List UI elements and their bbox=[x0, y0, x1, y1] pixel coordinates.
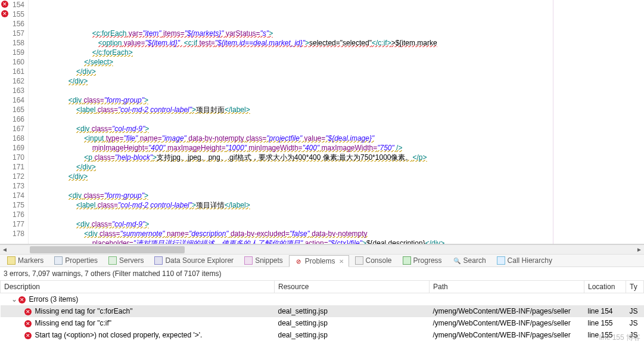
expand-icon[interactable]: ⌄ bbox=[11, 295, 17, 303]
tab-label: Data Source Explorer bbox=[165, 256, 234, 265]
problems-icon: ⊘ bbox=[294, 257, 303, 265]
line-number-gutter: 154✕155✕15615715815916016116216316416516… bbox=[0, 0, 29, 244]
tab-properties[interactable]: Properties bbox=[49, 255, 102, 266]
tab-markers[interactable]: Markers bbox=[2, 255, 48, 266]
console-icon bbox=[355, 256, 363, 265]
col-resource[interactable]: Resource bbox=[275, 281, 430, 293]
servers-icon bbox=[108, 256, 117, 265]
cell-res: deal_setting.jsp bbox=[275, 305, 430, 317]
cell-res: deal_setting.jsp bbox=[275, 329, 430, 341]
cell-type: JS bbox=[626, 317, 644, 329]
code-line[interactable]: minImageHeight="400" maxImageHeight="100… bbox=[29, 143, 644, 153]
problem-row[interactable]: ✕Start tag (<option>) not closed properl… bbox=[1, 329, 644, 341]
col-type[interactable]: Ty bbox=[626, 281, 644, 293]
cell-loc: line 154 bbox=[584, 305, 626, 317]
code-line[interactable]: </div> bbox=[29, 172, 644, 181]
cell-loc: line 155 bbox=[584, 317, 626, 329]
group-label: Errors (3 items) bbox=[29, 295, 79, 303]
code-line[interactable]: </div> bbox=[29, 76, 644, 86]
tab-servers[interactable]: Servers bbox=[104, 255, 148, 266]
code-line[interactable] bbox=[29, 114, 644, 124]
code-editor[interactable]: 154✕155✕15615715815916016116216316416516… bbox=[0, 0, 644, 244]
tab-snippets[interactable]: Snippets bbox=[239, 255, 288, 266]
tab-label: Problems bbox=[305, 257, 335, 265]
code-line[interactable]: <p class="help-block">支持jpg、jpeg、png、.gi… bbox=[29, 153, 644, 162]
search-icon: 🔍 bbox=[453, 256, 461, 265]
error-marker-icon: ✕ bbox=[1, 1, 8, 8]
problems-table[interactable]: Description Resource Path Location Ty ⌄✕… bbox=[0, 280, 644, 341]
errors-group-row[interactable]: ⌄✕Errors (3 items) bbox=[1, 293, 644, 306]
views-tab-bar: Markers Properties Servers Data Source E… bbox=[0, 254, 644, 267]
snippets-icon bbox=[244, 256, 253, 265]
code-line[interactable] bbox=[29, 181, 644, 191]
problems-header-row: Description Resource Path Location Ty bbox=[1, 281, 644, 293]
progress-icon bbox=[403, 256, 411, 265]
code-line[interactable]: <div class="form-group"> bbox=[29, 95, 644, 105]
tab-call-hierarchy[interactable]: Call Hierarchy bbox=[492, 255, 557, 266]
tab-label: Snippets bbox=[255, 256, 283, 265]
tab-label: Call Hierarchy bbox=[508, 256, 552, 265]
problem-row[interactable]: ✕Missing end tag for "c:forEach"deal_set… bbox=[1, 305, 644, 317]
code-line[interactable] bbox=[29, 86, 644, 95]
error-icon: ✕ bbox=[24, 332, 32, 339]
tab-console[interactable]: Console bbox=[350, 255, 397, 266]
print-margin bbox=[553, 0, 553, 244]
markers-icon bbox=[7, 256, 15, 265]
cell-path: /ymeng/WebContent/WEB-INF/pages/seller bbox=[430, 317, 584, 329]
problem-description: Start tag (<option>) not closed properly… bbox=[35, 331, 203, 339]
error-icon: ✕ bbox=[18, 296, 26, 303]
code-line[interactable]: <div class="col-md-9"> bbox=[29, 219, 644, 229]
col-location[interactable]: Location bbox=[584, 281, 626, 293]
data-source-explorer-icon bbox=[154, 256, 163, 265]
problem-row[interactable]: ✕Missing end tag for "c:if"deal_setting.… bbox=[1, 317, 644, 329]
code-line[interactable] bbox=[29, 210, 644, 219]
cell-res: deal_setting.jsp bbox=[275, 317, 430, 329]
code-line[interactable]: <div class="summernote" name="descriptio… bbox=[29, 229, 644, 238]
tab-label: Properties bbox=[65, 256, 98, 265]
tab-label: Progress bbox=[413, 256, 442, 265]
cell-type: JS bbox=[626, 329, 644, 341]
tab-label: Console bbox=[366, 256, 392, 265]
properties-icon bbox=[54, 256, 63, 265]
code-area[interactable]: <c:forEach var="item" items="${markets}"… bbox=[29, 0, 644, 244]
problem-description: Missing end tag for "c:forEach" bbox=[35, 307, 133, 315]
code-line[interactable]: <div class="form-group"> bbox=[29, 191, 644, 200]
cell-loc: line 155 bbox=[584, 329, 626, 341]
call-hierarchy-icon bbox=[497, 256, 505, 265]
close-icon[interactable]: ✕ bbox=[339, 258, 344, 265]
cell-path: /ymeng/WebContent/WEB-INF/pages/seller bbox=[430, 305, 584, 317]
code-line[interactable]: <input type="file" name="image" data-bv-… bbox=[29, 134, 644, 143]
tab-problems[interactable]: ⊘Problems✕ bbox=[289, 255, 349, 267]
problem-description: Missing end tag for "c:if" bbox=[35, 319, 112, 327]
code-line[interactable]: <label class="col-md-2 control-label">项目… bbox=[29, 200, 644, 210]
code-line[interactable]: <option value="${item.id}" <c:if test="$… bbox=[29, 38, 644, 48]
tab-search[interactable]: 🔍Search bbox=[448, 255, 491, 266]
tab-label: Markers bbox=[18, 256, 43, 265]
code-line[interactable]: </select> bbox=[29, 57, 644, 67]
code-line[interactable]: <label class="col-md-2 control-label">项目… bbox=[29, 105, 644, 114]
code-line[interactable]: <c:forEach var="item" items="${markets}"… bbox=[29, 29, 644, 38]
problems-summary: 3 errors, 7,097 warnings, 7 others (Filt… bbox=[0, 267, 644, 280]
scroll-right-arrow[interactable]: ► bbox=[634, 245, 644, 255]
tab-progress[interactable]: Progress bbox=[398, 255, 447, 266]
col-path[interactable]: Path bbox=[430, 281, 584, 293]
tab-label: Servers bbox=[119, 256, 144, 265]
tab-data-source-explorer[interactable]: Data Source Explorer bbox=[150, 255, 238, 266]
tab-label: Search bbox=[463, 256, 486, 265]
scroll-thumb[interactable] bbox=[30, 246, 185, 253]
col-description[interactable]: Description bbox=[1, 281, 275, 293]
error-marker-icon: ✕ bbox=[1, 10, 8, 17]
code-line[interactable]: placeholder="请对项目进行详细的描述，使更多的人了解你的项目" ac… bbox=[29, 238, 644, 244]
error-icon: ✕ bbox=[24, 320, 32, 327]
horizontal-scrollbar[interactable]: ◄ ► bbox=[0, 244, 644, 254]
scroll-left-arrow[interactable]: ◄ bbox=[0, 245, 10, 255]
code-line[interactable]: </c:forEach> bbox=[29, 48, 644, 57]
code-line[interactable]: </div> bbox=[29, 162, 644, 172]
cell-path: /ymeng/WebContent/WEB-INF/pages/seller bbox=[430, 329, 584, 341]
cell-type: JS bbox=[626, 305, 644, 317]
code-line[interactable]: </div> bbox=[29, 67, 644, 76]
code-line[interactable]: <div class="col-md-9"> bbox=[29, 124, 644, 134]
error-icon: ✕ bbox=[24, 308, 32, 315]
